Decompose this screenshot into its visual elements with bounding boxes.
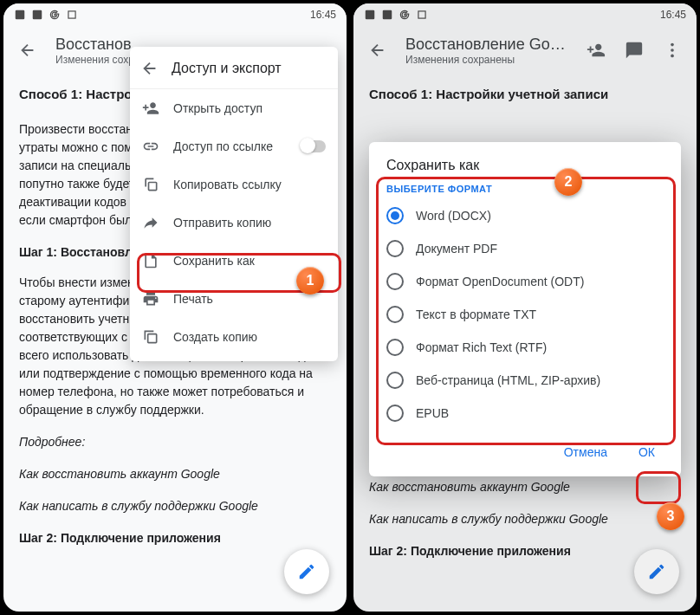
svg-rect-0	[16, 10, 25, 20]
file-icon	[142, 252, 159, 269]
menu-share[interactable]: Открыть доступ	[130, 89, 338, 127]
facebook-icon	[14, 9, 26, 21]
link-access-toggle[interactable]	[301, 140, 326, 152]
format-html[interactable]: Веб-страница (HTML, ZIP-архив)	[378, 364, 672, 397]
menu-copy-link[interactable]: Копировать ссылку	[130, 165, 338, 204]
status-time: 16:45	[310, 9, 336, 21]
menu-make-copy[interactable]: Создать копию	[130, 318, 338, 356]
square-icon	[66, 9, 78, 21]
person-add-icon	[142, 100, 159, 117]
dialog-title: Сохранить как	[369, 158, 681, 184]
pencil-icon	[297, 562, 316, 581]
status-left-icons	[14, 9, 78, 21]
facebook-icon	[31, 9, 43, 21]
format-txt[interactable]: Текст в формате TXT	[378, 298, 672, 331]
phone-left: 16:45 Восстанов Изменения сохранены Спос…	[3, 3, 347, 612]
duplicate-icon	[142, 328, 159, 346]
dialog-section-label: ВЫБЕРИТЕ ФОРМАТ	[369, 184, 681, 199]
copy-icon	[142, 176, 159, 193]
format-epub[interactable]: EPUB	[378, 397, 672, 430]
format-docx[interactable]: Word (DOCX)	[378, 199, 672, 232]
ok-button[interactable]: ОК	[626, 438, 667, 466]
radio-icon	[386, 207, 404, 224]
format-radio-list: Word (DOCX) Документ PDF Формат OpenDocu…	[369, 199, 681, 430]
export-menu: Доступ и экспорт Открыть доступ Доступ п…	[130, 47, 338, 361]
radio-icon	[386, 240, 404, 257]
radio-icon	[386, 405, 404, 422]
menu-save-as[interactable]: Сохранить как	[130, 242, 338, 280]
radio-icon	[386, 372, 404, 389]
radio-icon	[386, 339, 404, 356]
cancel-button[interactable]: Отмена	[552, 438, 619, 466]
menu-title: Доступ и экспорт	[172, 61, 282, 76]
google-icon	[49, 9, 61, 21]
menu-send-copy[interactable]: Отправить копию	[130, 204, 338, 242]
svg-rect-4	[148, 334, 157, 343]
send-icon	[142, 214, 159, 231]
phone-right: 16:45 Восстановление Googl... Изменения …	[353, 3, 697, 612]
save-as-dialog: Сохранить как ВЫБЕРИТЕ ФОРМАТ Word (DOCX…	[369, 142, 681, 476]
menu-link-access[interactable]: Доступ по ссылке	[130, 127, 338, 165]
step-2-title: Шаг 2: Подключение приложения	[19, 529, 331, 547]
back-button[interactable]	[10, 33, 45, 68]
radio-icon	[386, 306, 404, 323]
format-odt[interactable]: Формат OpenDocument (ODT)	[378, 265, 672, 298]
svg-rect-2	[68, 11, 75, 18]
print-icon	[142, 290, 159, 308]
format-pdf[interactable]: Документ PDF	[378, 232, 672, 265]
arrow-left-icon[interactable]	[140, 59, 159, 78]
svg-rect-1	[33, 10, 42, 20]
radio-icon	[386, 273, 404, 290]
svg-rect-3	[149, 183, 157, 191]
arrow-left-icon	[18, 41, 37, 60]
menu-print[interactable]: Печать	[130, 280, 338, 318]
edit-fab[interactable]	[284, 549, 329, 594]
status-bar: 16:45	[3, 3, 347, 26]
menu-header: Доступ и экспорт	[130, 47, 338, 89]
link-icon	[142, 138, 159, 155]
format-rtf[interactable]: Формат Rich Text (RTF)	[378, 331, 672, 364]
